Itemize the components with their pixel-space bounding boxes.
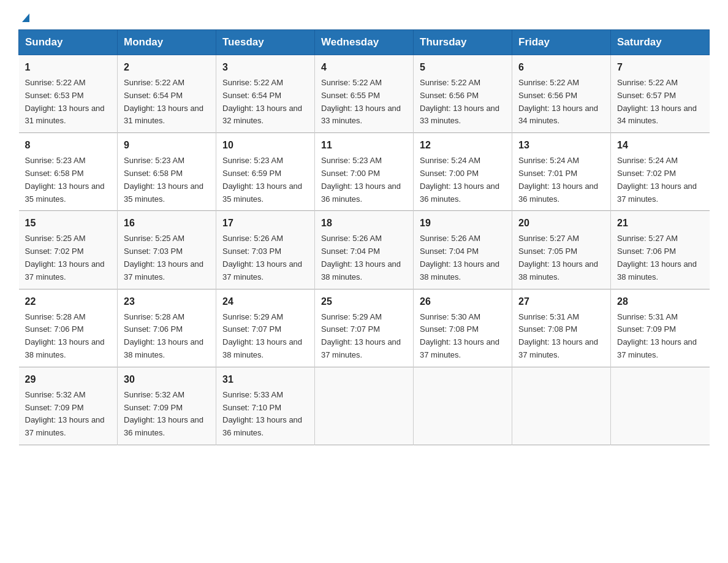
calendar-day-cell: 31Sunrise: 5:33 AMSunset: 7:10 PMDayligh…: [216, 367, 315, 445]
day-number: 27: [518, 294, 604, 309]
day-info: Sunrise: 5:27 AMSunset: 7:06 PMDaylight:…: [617, 232, 703, 283]
calendar-day-cell: 3Sunrise: 5:22 AMSunset: 6:54 PMDaylight…: [216, 55, 315, 133]
day-number: 21: [617, 216, 703, 231]
day-number: 6: [518, 60, 604, 75]
day-info: Sunrise: 5:22 AMSunset: 6:54 PMDaylight:…: [124, 77, 210, 128]
day-info: Sunrise: 5:24 AMSunset: 7:00 PMDaylight:…: [420, 155, 506, 205]
day-info: Sunrise: 5:27 AMSunset: 7:05 PMDaylight:…: [518, 232, 604, 283]
day-number: 12: [420, 138, 506, 153]
calendar-day-cell: 7Sunrise: 5:22 AMSunset: 6:57 PMDaylight…: [611, 55, 710, 133]
day-number: 26: [420, 294, 506, 309]
day-number: 30: [124, 372, 210, 387]
calendar-day-cell: [512, 367, 611, 445]
calendar-day-cell: 18Sunrise: 5:26 AMSunset: 7:04 PMDayligh…: [315, 211, 414, 289]
day-number: 7: [617, 60, 703, 75]
calendar-day-cell: 17Sunrise: 5:26 AMSunset: 7:03 PMDayligh…: [216, 211, 315, 289]
calendar-table: Sunday Monday Tuesday Wednesday Thursday…: [18, 29, 710, 445]
header-tuesday: Tuesday: [216, 30, 315, 55]
day-info: Sunrise: 5:26 AMSunset: 7:03 PMDaylight:…: [222, 232, 308, 283]
day-info: Sunrise: 5:22 AMSunset: 6:56 PMDaylight:…: [518, 77, 604, 128]
calendar-day-cell: 22Sunrise: 5:28 AMSunset: 7:06 PMDayligh…: [19, 289, 118, 367]
calendar-day-cell: 14Sunrise: 5:24 AMSunset: 7:02 PMDayligh…: [611, 133, 710, 211]
calendar-day-cell: 2Sunrise: 5:22 AMSunset: 6:54 PMDaylight…: [118, 55, 216, 133]
day-number: 10: [222, 138, 308, 153]
calendar-day-cell: 23Sunrise: 5:28 AMSunset: 7:06 PMDayligh…: [118, 289, 216, 367]
day-number: 11: [321, 138, 407, 153]
day-number: 25: [321, 294, 407, 309]
calendar-week-row: 29Sunrise: 5:32 AMSunset: 7:09 PMDayligh…: [19, 367, 710, 445]
day-number: 4: [321, 60, 407, 75]
day-info: Sunrise: 5:23 AMSunset: 7:00 PMDaylight:…: [321, 155, 407, 205]
calendar-day-cell: 28Sunrise: 5:31 AMSunset: 7:09 PMDayligh…: [611, 289, 710, 367]
day-info: Sunrise: 5:22 AMSunset: 6:56 PMDaylight:…: [420, 77, 506, 128]
day-number: 28: [617, 294, 703, 309]
day-info: Sunrise: 5:33 AMSunset: 7:10 PMDaylight:…: [222, 389, 308, 440]
header-wednesday: Wednesday: [315, 30, 414, 55]
day-info: Sunrise: 5:23 AMSunset: 6:58 PMDaylight:…: [124, 155, 210, 205]
day-info: Sunrise: 5:32 AMSunset: 7:09 PMDaylight:…: [124, 389, 210, 440]
logo: [18, 12, 32, 23]
day-number: 8: [25, 138, 112, 153]
header-thursday: Thursday: [414, 30, 512, 55]
day-number: 3: [222, 60, 308, 75]
calendar-day-cell: 12Sunrise: 5:24 AMSunset: 7:00 PMDayligh…: [414, 133, 512, 211]
calendar-day-cell: 24Sunrise: 5:29 AMSunset: 7:07 PMDayligh…: [216, 289, 315, 367]
day-info: Sunrise: 5:30 AMSunset: 7:08 PMDaylight:…: [420, 311, 506, 362]
day-number: 29: [25, 372, 112, 387]
calendar-day-cell: [315, 367, 414, 445]
day-info: Sunrise: 5:26 AMSunset: 7:04 PMDaylight:…: [321, 232, 407, 283]
calendar-day-cell: 6Sunrise: 5:22 AMSunset: 6:56 PMDaylight…: [512, 55, 611, 133]
calendar-week-row: 15Sunrise: 5:25 AMSunset: 7:02 PMDayligh…: [19, 211, 710, 289]
day-number: 23: [124, 294, 210, 309]
svg-marker-0: [22, 13, 29, 22]
calendar-day-cell: 13Sunrise: 5:24 AMSunset: 7:01 PMDayligh…: [512, 133, 611, 211]
day-info: Sunrise: 5:31 AMSunset: 7:09 PMDaylight:…: [617, 311, 703, 362]
day-number: 18: [321, 216, 407, 231]
day-number: 17: [222, 216, 308, 231]
day-info: Sunrise: 5:22 AMSunset: 6:55 PMDaylight:…: [321, 77, 407, 128]
day-number: 31: [222, 372, 308, 387]
day-number: 22: [25, 294, 112, 309]
calendar-header-row: Sunday Monday Tuesday Wednesday Thursday…: [19, 30, 710, 55]
calendar-day-cell: 30Sunrise: 5:32 AMSunset: 7:09 PMDayligh…: [118, 367, 216, 445]
day-info: Sunrise: 5:29 AMSunset: 7:07 PMDaylight:…: [321, 311, 407, 362]
day-number: 24: [222, 294, 308, 309]
day-info: Sunrise: 5:24 AMSunset: 7:02 PMDaylight:…: [617, 155, 703, 205]
day-info: Sunrise: 5:24 AMSunset: 7:01 PMDaylight:…: [518, 155, 604, 205]
page-header: [18, 12, 710, 23]
day-number: 13: [518, 138, 604, 153]
calendar-day-cell: 19Sunrise: 5:26 AMSunset: 7:04 PMDayligh…: [414, 211, 512, 289]
day-info: Sunrise: 5:23 AMSunset: 6:58 PMDaylight:…: [25, 155, 112, 205]
calendar-day-cell: 11Sunrise: 5:23 AMSunset: 7:00 PMDayligh…: [315, 133, 414, 211]
day-number: 19: [420, 216, 506, 231]
day-info: Sunrise: 5:26 AMSunset: 7:04 PMDaylight:…: [420, 232, 506, 283]
calendar-day-cell: 5Sunrise: 5:22 AMSunset: 6:56 PMDaylight…: [414, 55, 512, 133]
day-info: Sunrise: 5:28 AMSunset: 7:06 PMDaylight:…: [124, 311, 210, 362]
day-info: Sunrise: 5:31 AMSunset: 7:08 PMDaylight:…: [518, 311, 604, 362]
calendar-day-cell: 4Sunrise: 5:22 AMSunset: 6:55 PMDaylight…: [315, 55, 414, 133]
header-monday: Monday: [118, 30, 216, 55]
calendar-day-cell: 25Sunrise: 5:29 AMSunset: 7:07 PMDayligh…: [315, 289, 414, 367]
day-number: 14: [617, 138, 703, 153]
day-info: Sunrise: 5:22 AMSunset: 6:57 PMDaylight:…: [617, 77, 703, 128]
header-sunday: Sunday: [19, 30, 118, 55]
day-info: Sunrise: 5:23 AMSunset: 6:59 PMDaylight:…: [222, 155, 308, 205]
calendar-day-cell: 9Sunrise: 5:23 AMSunset: 6:58 PMDaylight…: [118, 133, 216, 211]
calendar-day-cell: 20Sunrise: 5:27 AMSunset: 7:05 PMDayligh…: [512, 211, 611, 289]
logo-triangle-icon: [20, 11, 32, 23]
day-number: 16: [124, 216, 210, 231]
calendar-day-cell: 10Sunrise: 5:23 AMSunset: 6:59 PMDayligh…: [216, 133, 315, 211]
calendar-day-cell: 15Sunrise: 5:25 AMSunset: 7:02 PMDayligh…: [19, 211, 118, 289]
calendar-day-cell: 8Sunrise: 5:23 AMSunset: 6:58 PMDaylight…: [19, 133, 118, 211]
day-info: Sunrise: 5:28 AMSunset: 7:06 PMDaylight:…: [25, 311, 112, 362]
calendar-day-cell: 26Sunrise: 5:30 AMSunset: 7:08 PMDayligh…: [414, 289, 512, 367]
day-info: Sunrise: 5:25 AMSunset: 7:03 PMDaylight:…: [124, 232, 210, 283]
day-info: Sunrise: 5:29 AMSunset: 7:07 PMDaylight:…: [222, 311, 308, 362]
calendar-day-cell: [611, 367, 710, 445]
day-info: Sunrise: 5:22 AMSunset: 6:54 PMDaylight:…: [222, 77, 308, 128]
calendar-week-row: 8Sunrise: 5:23 AMSunset: 6:58 PMDaylight…: [19, 133, 710, 211]
day-info: Sunrise: 5:32 AMSunset: 7:09 PMDaylight:…: [25, 389, 112, 440]
calendar-day-cell: 16Sunrise: 5:25 AMSunset: 7:03 PMDayligh…: [118, 211, 216, 289]
day-number: 15: [25, 216, 112, 231]
calendar-day-cell: 27Sunrise: 5:31 AMSunset: 7:08 PMDayligh…: [512, 289, 611, 367]
